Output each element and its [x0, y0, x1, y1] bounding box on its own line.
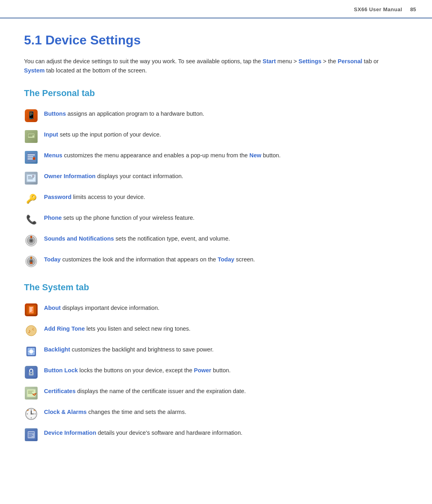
input-link[interactable]: Input — [44, 131, 58, 138]
svg-rect-47 — [28, 391, 34, 392]
certificates-text: Certificates displays the name of the ce… — [44, 385, 246, 396]
today-screen-link[interactable]: Today — [218, 256, 234, 263]
power-link[interactable]: Power — [194, 367, 212, 373]
sounds-text: Sounds and Notifications sets the notifi… — [44, 233, 230, 243]
svg-rect-62 — [28, 432, 34, 433]
svg-rect-13 — [28, 179, 33, 179]
devinfo-text: Device Information details your device's… — [44, 427, 242, 437]
new-link[interactable]: New — [249, 152, 261, 159]
svg-rect-49 — [28, 393, 33, 394]
clock-link[interactable]: Clock & Alarms — [44, 409, 87, 415]
ringtone-text: Add Ring Tone lets you listen and select… — [44, 323, 190, 333]
svg-rect-5 — [28, 155, 35, 155]
svg-rect-6 — [28, 157, 33, 157]
buttonlock-icon — [24, 365, 38, 380]
svg-rect-64 — [28, 435, 33, 436]
list-item: Input sets up the input portion of your … — [24, 129, 408, 144]
about-text: About displays important device informat… — [44, 302, 160, 312]
owner-icon — [24, 171, 38, 185]
backlight-link[interactable]: Backlight — [44, 346, 70, 353]
svg-rect-2 — [28, 135, 34, 135]
password-link[interactable]: Password — [44, 194, 72, 200]
svg-point-59 — [31, 413, 32, 414]
system-tab-title: The System tab — [24, 281, 408, 294]
manual-title: SX66 User Manual — [354, 6, 402, 14]
svg-rect-30 — [30, 310, 32, 311]
page-number: 85 — [410, 6, 416, 14]
list-item: Device Information details your device's… — [24, 427, 408, 442]
list-item: Menus customizes the menu appearance and… — [24, 149, 408, 165]
buttonlock-text: Button Lock locks the buttons on your de… — [44, 364, 231, 375]
svg-rect-14 — [32, 175, 34, 177]
menus-link[interactable]: Menus — [44, 152, 62, 159]
input-text: Input sets up the input portion of your … — [44, 129, 161, 139]
menus-text: Menus customizes the menu appearance and… — [44, 149, 281, 160]
section-title: 5.1 Device Settings — [24, 30, 408, 50]
svg-rect-11 — [28, 176, 31, 177]
list-item: Button Lock locks the buttons on your de… — [24, 364, 408, 380]
list-item: Clock & Alarms changes the time and sets… — [24, 406, 408, 421]
svg-point-32 — [26, 325, 36, 336]
list-item: 🔑 Password limits access to your device. — [24, 191, 408, 206]
svg-rect-24 — [30, 257, 32, 259]
svg-text:♪: ♪ — [28, 328, 31, 334]
svg-rect-63 — [28, 434, 32, 435]
svg-rect-61 — [28, 431, 35, 438]
backlight-text: Backlight customizes the backlight and b… — [44, 343, 214, 354]
list-item: ♪ ♫ Add Ring Tone lets you listen and se… — [24, 323, 408, 338]
clock-text: Clock & Alarms changes the time and sets… — [44, 406, 186, 416]
sounds-link[interactable]: Sounds and Notifications — [44, 235, 114, 242]
buttons-text: Buttons assigns an application program t… — [44, 108, 204, 118]
start-link[interactable]: Start — [262, 58, 276, 64]
about-icon — [24, 303, 38, 317]
page-header: SX66 User Manual 85 — [0, 0, 432, 18]
backlight-icon — [24, 344, 38, 359]
svg-rect-48 — [28, 392, 32, 393]
ringtone-link[interactable]: Add Ring Tone — [44, 325, 85, 332]
personal-tab-list: 📱 Buttons assigns an application program… — [24, 108, 408, 269]
svg-point-44 — [30, 373, 32, 374]
devinfo-link[interactable]: Device Information — [44, 430, 96, 436]
list-item: Today customizes the look and the inform… — [24, 253, 408, 269]
personal-link[interactable]: Personal — [338, 58, 362, 64]
svg-rect-19 — [30, 236, 32, 238]
about-link[interactable]: About — [44, 305, 61, 311]
page-content: 5.1 Device Settings You can adjust the d… — [0, 18, 432, 470]
today-icon — [24, 254, 38, 269]
password-icon: 🔑 — [24, 192, 38, 206]
buttons-icon: 📱 — [24, 108, 38, 123]
intro-paragraph: You can adjust the device settings to su… — [24, 57, 384, 75]
svg-point-37 — [29, 349, 33, 353]
svg-rect-65 — [28, 436, 32, 437]
clock-icon — [24, 407, 38, 421]
svg-rect-31 — [30, 311, 32, 312]
phone-icon: 📞 — [24, 213, 38, 227]
certificates-link[interactable]: Certificates — [44, 388, 76, 394]
menus-icon — [24, 150, 38, 165]
buttonlock-link[interactable]: Button Lock — [44, 367, 78, 373]
settings-link[interactable]: Settings — [298, 58, 321, 64]
phone-link[interactable]: Phone — [44, 215, 62, 221]
buttons-link[interactable]: Buttons — [44, 110, 66, 117]
owner-text: Owner Information displays your contact … — [44, 170, 183, 181]
personal-tab-title: The Personal tab — [24, 86, 408, 100]
svg-rect-3 — [28, 136, 32, 137]
sounds-icon — [24, 233, 38, 248]
list-item: 📞 Phone sets up the phone function of yo… — [24, 212, 408, 227]
ringtone-icon: ♪ ♫ — [24, 323, 38, 338]
system-link[interactable]: System — [24, 67, 45, 74]
svg-point-18 — [30, 239, 32, 242]
today-link[interactable]: Today — [44, 256, 61, 263]
svg-rect-29 — [30, 309, 32, 309]
owner-link[interactable]: Owner Information — [44, 173, 96, 179]
system-tab-list: About displays important device informat… — [24, 302, 408, 442]
list-item: Sounds and Notifications sets the notifi… — [24, 233, 408, 248]
svg-rect-12 — [28, 177, 34, 178]
certificates-icon — [24, 386, 38, 400]
password-text: Password limits access to your device. — [44, 191, 145, 201]
today-text: Today customizes the look and the inform… — [44, 253, 255, 264]
list-item: Owner Information displays your contact … — [24, 170, 408, 185]
list-item: About displays important device informat… — [24, 302, 408, 317]
list-item: Backlight customizes the backlight and b… — [24, 343, 408, 359]
svg-rect-8 — [33, 157, 35, 160]
